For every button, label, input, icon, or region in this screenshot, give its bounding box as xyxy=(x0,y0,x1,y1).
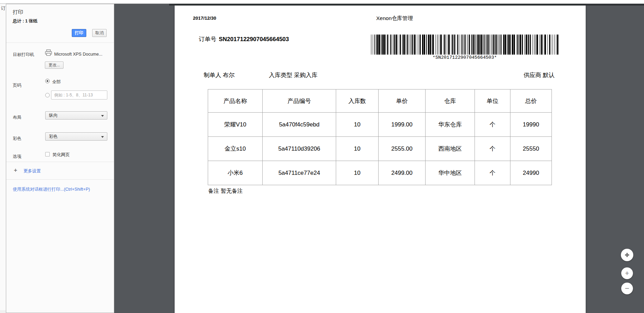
inbound-type-value: 采购入库 xyxy=(294,72,318,78)
selected-printer-name: Microsoft XPS Docume... xyxy=(54,52,103,57)
table-cell: 19990 xyxy=(510,113,552,137)
table-cell: 1999.00 xyxy=(379,113,426,137)
preview-page: 2017/12/30 Xenon仓库管理 订单号SN20171229070456… xyxy=(175,6,586,313)
color-selected-value: 彩色 xyxy=(49,134,58,140)
table-cell: 10 xyxy=(336,137,379,161)
order-number-line: 订单号SN2017122907045664503 xyxy=(199,35,289,43)
plus-icon: + xyxy=(625,269,629,277)
background-page-clipped-title: 订 xyxy=(1,5,6,11)
order-number-value: SN2017122907045664503 xyxy=(219,36,289,42)
creator-field: 制单人 布尔 xyxy=(204,71,235,79)
system-print-dialog-link[interactable]: 使用系统对话框进行打印...(Ctrl+Shift+P) xyxy=(13,187,90,192)
chevron-down-icon xyxy=(101,136,104,138)
total-sheets-label: 总计 : 1 张纸 xyxy=(13,18,38,24)
document-app-title: Xenon仓库管理 xyxy=(376,15,413,22)
creator-label: 制单人 xyxy=(204,72,221,78)
remark-value: 暂无备注 xyxy=(221,188,243,194)
table-cell: 2555.00 xyxy=(379,137,426,161)
pages-range-radio[interactable] xyxy=(45,93,50,97)
fit-to-page-icon xyxy=(624,252,630,258)
print-dialog: 打印 总计 : 1 张纸 打印 取消 目标打印机 Microsoft XPS D… xyxy=(6,4,114,313)
separator xyxy=(6,179,114,180)
printer-icon xyxy=(45,49,52,57)
table-cell: 5a470f4c59ebd xyxy=(263,113,336,137)
table-row: 小米65a4711ce77e24102499.00华中地区个24990 xyxy=(208,161,552,185)
horizontal-scrollbar-track[interactable] xyxy=(0,310,6,313)
table-cell: 西南地区 xyxy=(426,137,475,161)
table-cell: 华中地区 xyxy=(426,161,475,185)
simplify-page-checkbox[interactable] xyxy=(45,152,50,156)
table-header-cell: 单价 xyxy=(379,89,426,113)
table-cell: 24990 xyxy=(510,161,552,185)
pages-range-input[interactable] xyxy=(51,91,107,99)
color-label: 彩色 xyxy=(13,136,21,142)
table-header-row: 产品名称产品编号入库数单价仓库单位总价 xyxy=(208,89,552,113)
background-page-top-strip xyxy=(0,0,644,4)
pages-all-radio[interactable] xyxy=(45,79,50,83)
options-label: 选项 xyxy=(13,154,21,160)
products-table: 产品名称产品编号入库数单价仓库单位总价 荣耀V105a470f4c59ebd10… xyxy=(208,89,552,185)
table-cell: 华东仓库 xyxy=(426,113,475,137)
barcode-text: *SN2017122907045664503* xyxy=(371,55,558,60)
separator xyxy=(6,42,114,43)
layout-label: 布局 xyxy=(13,115,21,121)
minus-icon: − xyxy=(625,284,630,293)
table-head: 产品名称产品编号入库数单价仓库单位总价 xyxy=(208,89,552,113)
table-cell: 个 xyxy=(475,161,510,185)
creator-value: 布尔 xyxy=(223,72,235,78)
table-cell: 10 xyxy=(336,161,379,185)
remark-label: 备注 xyxy=(208,188,219,194)
table-header-cell: 仓库 xyxy=(426,89,475,113)
zoom-in-button[interactable]: + xyxy=(621,267,633,279)
table-header-cell: 产品编号 xyxy=(263,89,336,113)
document-date: 2017/12/30 xyxy=(193,16,216,21)
order-number-label: 订单号 xyxy=(199,36,216,42)
supplier-field: 供应商 默认 xyxy=(524,71,555,79)
table-header-cell: 单位 xyxy=(475,89,510,113)
destination-label: 目标打印机 xyxy=(13,52,35,58)
table-header-cell: 总价 xyxy=(510,89,552,113)
inbound-type-label: 入库类型 xyxy=(269,72,292,78)
simplify-page-label: 简化网页 xyxy=(52,152,70,158)
print-button[interactable]: 打印 xyxy=(72,29,86,37)
table-row: 荣耀V105a470f4c59ebd101999.00华东仓库个19990 xyxy=(208,113,552,137)
more-settings-link[interactable]: 更多设置 xyxy=(23,168,41,174)
fit-to-page-button[interactable] xyxy=(621,249,633,261)
layout-selected-value: 纵向 xyxy=(49,113,58,118)
table-cell: 个 xyxy=(475,137,510,161)
background-page-left-strip: 订 xyxy=(0,4,6,313)
pages-all-label: 全部 xyxy=(52,79,61,85)
table-cell: 5a47110d39206 xyxy=(263,137,336,161)
table-cell: 荣耀V10 xyxy=(208,113,263,137)
table-cell: 金立s10 xyxy=(208,137,263,161)
table-cell: 个 xyxy=(475,113,510,137)
table-body: 荣耀V105a470f4c59ebd101999.00华东仓库个19990金立s… xyxy=(208,113,552,185)
chevron-down-icon xyxy=(101,115,104,117)
table-row: 金立s105a47110d39206102555.00西南地区个25550 xyxy=(208,137,552,161)
barcode-image xyxy=(371,35,558,55)
pages-label: 页码 xyxy=(13,83,21,88)
print-dialog-title: 打印 xyxy=(13,9,23,16)
zoom-out-button[interactable]: − xyxy=(621,283,633,294)
supplier-value: 默认 xyxy=(543,72,555,78)
change-printer-button[interactable]: 更改... xyxy=(45,61,64,69)
plus-icon: + xyxy=(14,167,17,174)
cancel-button[interactable]: 取消 xyxy=(92,29,107,37)
table-header-cell: 产品名称 xyxy=(208,89,263,113)
table-header-cell: 入库数 xyxy=(336,89,379,113)
remark-line: 备注 暂无备注 xyxy=(208,188,243,195)
table-cell: 10 xyxy=(336,113,379,137)
table-cell: 25550 xyxy=(510,137,552,161)
supplier-label: 供应商 xyxy=(524,72,541,78)
table-cell: 小米6 xyxy=(208,161,263,185)
inbound-type-field: 入库类型 采购入库 xyxy=(269,71,318,79)
separator xyxy=(6,162,114,162)
layout-select[interactable]: 纵向 xyxy=(45,111,107,120)
table-cell: 5a4711ce77e24 xyxy=(263,161,336,185)
table-cell: 2499.00 xyxy=(379,161,426,185)
color-select[interactable]: 彩色 xyxy=(45,132,107,141)
